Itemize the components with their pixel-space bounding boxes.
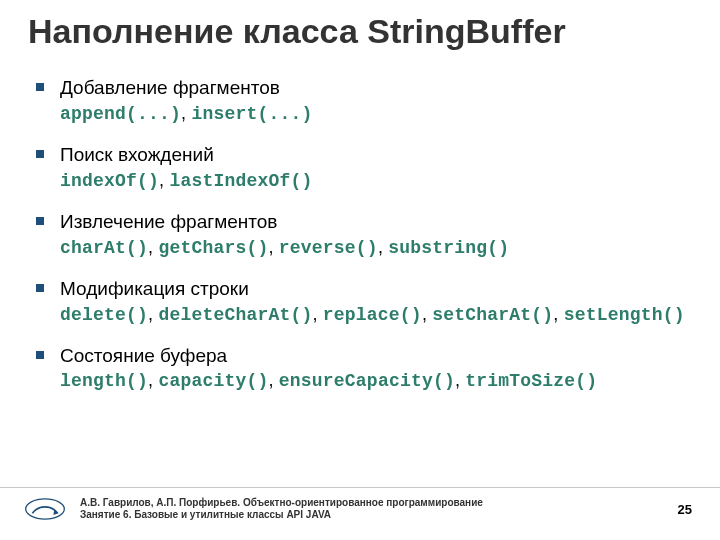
svg-point-0 (26, 499, 65, 519)
list-item: Добавление фрагментов append(...), inser… (36, 75, 692, 126)
page-number: 25 (678, 502, 696, 517)
item-methods: append(...), insert(...) (60, 101, 692, 126)
slide-title: Наполнение класса StringBuffer (28, 12, 692, 51)
footer-line-2: Занятие 6. Базовые и утилитные классы AP… (80, 509, 678, 522)
list-item: Модификация строки delete(), deleteCharA… (36, 276, 692, 327)
footer-text: А.В. Гаврилов, А.П. Порфирьев. Объектно-… (80, 497, 678, 522)
item-label: Модификация строки (60, 276, 692, 302)
item-methods: length(), capacity(), ensureCapacity(), … (60, 368, 692, 393)
slide: Наполнение класса StringBuffer Добавлени… (0, 0, 720, 540)
item-label: Извлечение фрагментов (60, 209, 692, 235)
logo-icon (24, 495, 66, 523)
list-item: Состояние буфера length(), capacity(), e… (36, 343, 692, 394)
item-label: Поиск вхождений (60, 142, 692, 168)
list-item: Поиск вхождений indexOf(), lastIndexOf() (36, 142, 692, 193)
item-label: Добавление фрагментов (60, 75, 692, 101)
item-methods: delete(), deleteCharAt(), replace(), set… (60, 302, 692, 327)
footer-line-1: А.В. Гаврилов, А.П. Порфирьев. Объектно-… (80, 497, 678, 510)
list-item: Извлечение фрагментов charAt(), getChars… (36, 209, 692, 260)
footer: А.В. Гаврилов, А.П. Порфирьев. Объектно-… (0, 488, 720, 530)
item-methods: charAt(), getChars(), reverse(), substri… (60, 235, 692, 260)
item-methods: indexOf(), lastIndexOf() (60, 168, 692, 193)
item-label: Состояние буфера (60, 343, 692, 369)
bullet-list: Добавление фрагментов append(...), inser… (28, 75, 692, 394)
